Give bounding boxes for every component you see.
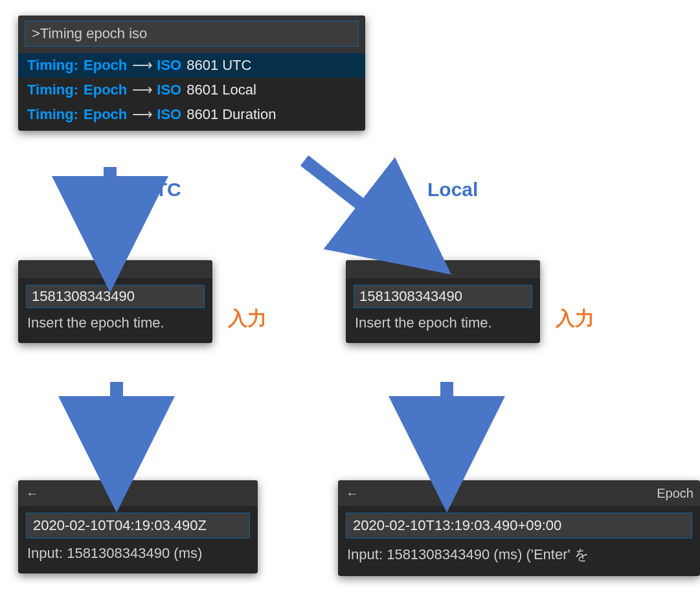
diagram-canvas: Timing: Epoch ⟶ ISO 8601 UTC Timing: Epo…: [0, 0, 700, 600]
epoch-input-hint: Insert the epoch time.: [26, 308, 205, 339]
palette-item-suffix: 8601 UTC: [186, 57, 251, 74]
palette-item-suffix: 8601 Local: [186, 82, 256, 98]
epoch-input-utc[interactable]: [26, 285, 205, 308]
panel-titlebar: [346, 260, 540, 278]
command-palette: Timing: Epoch ⟶ ISO 8601 UTC Timing: Epo…: [18, 16, 365, 131]
palette-item-prefix: Timing:: [27, 82, 78, 98]
panel-titlebar: [18, 260, 212, 278]
back-arrow-icon[interactable]: ←: [346, 486, 359, 501]
flow-label-local: Local: [427, 179, 478, 201]
palette-item-suffix: 8601 Duration: [186, 106, 276, 123]
result-subtext: Input: 1581308343490 (ms): [26, 539, 250, 570]
flow-label-utc: UTC: [141, 179, 181, 201]
result-subtext: Input: 1581308343490 (ms) ('Enter' を: [346, 539, 692, 572]
result-header: ←: [18, 480, 258, 506]
command-palette-header: [18, 16, 365, 53]
command-palette-item-local[interactable]: Timing: Epoch ⟶ ISO 8601 Local: [18, 78, 365, 102]
palette-item-iso: ISO: [157, 106, 181, 123]
flow-label-input-local: 入力: [556, 306, 594, 332]
palette-item-mid: Epoch: [84, 82, 127, 98]
palette-item-prefix: Timing:: [27, 57, 78, 74]
command-palette-list: Timing: Epoch ⟶ ISO 8601 UTC Timing: Epo…: [18, 53, 365, 131]
result-panel-local: ← Epoch 2020-02-10T13:19:03.490+09:00 In…: [338, 480, 700, 576]
result-header: ← Epoch: [338, 480, 700, 506]
palette-item-iso: ISO: [157, 82, 181, 98]
command-palette-item-duration[interactable]: Timing: Epoch ⟶ ISO 8601 Duration: [18, 102, 365, 127]
epoch-input-hint: Insert the epoch time.: [354, 308, 532, 339]
epoch-input-local[interactable]: [354, 285, 532, 308]
epoch-input-panel-local: Insert the epoch time.: [346, 260, 540, 343]
result-title: Epoch: [657, 486, 694, 501]
flow-label-input-utc: 入力: [228, 306, 267, 332]
back-arrow-icon[interactable]: ←: [26, 486, 39, 501]
palette-item-prefix: Timing:: [27, 106, 78, 123]
result-panel-utc: ← 2020-02-10T04:19:03.490Z Input: 158130…: [18, 480, 258, 573]
epoch-input-panel-utc: Insert the epoch time.: [18, 260, 212, 343]
palette-item-iso: ISO: [157, 57, 181, 74]
command-palette-item-utc[interactable]: Timing: Epoch ⟶ ISO 8601 UTC: [18, 53, 365, 78]
palette-item-mid: Epoch: [84, 106, 127, 123]
arrow-right-icon: ⟶: [132, 82, 152, 98]
command-palette-input[interactable]: [25, 21, 359, 47]
palette-item-mid: Epoch: [84, 57, 127, 74]
result-value-local[interactable]: 2020-02-10T13:19:03.490+09:00: [346, 513, 692, 539]
flow-arrow-palette-to-local: [304, 161, 414, 246]
result-value-utc[interactable]: 2020-02-10T04:19:03.490Z: [26, 513, 250, 539]
arrow-right-icon: ⟶: [132, 57, 152, 74]
arrow-right-icon: ⟶: [132, 106, 152, 123]
